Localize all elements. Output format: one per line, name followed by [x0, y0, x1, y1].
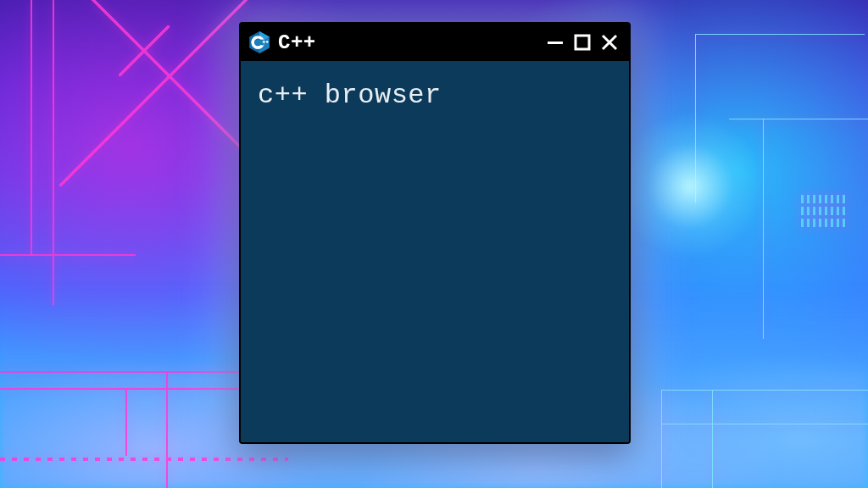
window-content: c++ browser — [241, 61, 629, 442]
cpp-hex-icon — [248, 30, 271, 54]
svg-rect-10 — [548, 42, 563, 44]
titlebar[interactable]: C++ — [241, 24, 629, 61]
svg-rect-9 — [267, 41, 268, 43]
minimize-button[interactable] — [544, 31, 566, 53]
content-text: c++ browser — [258, 80, 612, 111]
maximize-icon — [574, 34, 591, 51]
app-window: C++ c++ browser — [239, 22, 631, 444]
svg-rect-11 — [576, 36, 589, 49]
window-controls — [544, 31, 620, 53]
close-button[interactable] — [598, 31, 620, 53]
window-title: C++ — [278, 31, 316, 54]
svg-rect-7 — [264, 41, 264, 43]
maximize-button[interactable] — [571, 31, 593, 53]
minimize-icon — [546, 33, 565, 52]
close-icon — [600, 33, 619, 52]
